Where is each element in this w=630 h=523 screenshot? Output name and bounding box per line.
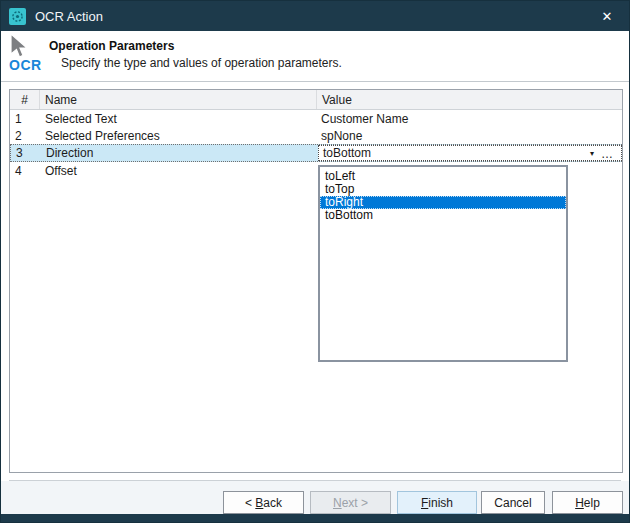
ocr-logo: OCR (8, 33, 50, 73)
cursor-arrow-icon (8, 33, 32, 59)
wizard-header: OCR Operation Parameters Specify the typ… (1, 31, 629, 82)
row-number: 3 (11, 145, 41, 161)
row-value[interactable]: Customer Name (317, 110, 622, 127)
row-number: 2 (10, 127, 40, 144)
row-value[interactable]: spNone (317, 127, 622, 144)
row-name: Selected Text (40, 110, 317, 127)
direction-value-cell[interactable]: toBottom ▾ … (318, 145, 622, 161)
table-row-selected-text[interactable]: 1 Selected Text Customer Name (10, 110, 622, 127)
page-subtitle: Specify the type and values of operation… (61, 56, 342, 70)
table-row-selected-preferences[interactable]: 2 Selected Preferences spNone (10, 127, 622, 144)
finish-button[interactable]: Finish (397, 491, 477, 514)
dropdown-arrow-icon[interactable]: ▾ (590, 150, 594, 158)
ocr-logo-text: OCR (9, 57, 50, 73)
ellipsis-button[interactable]: … (601, 147, 614, 161)
row-name: Direction (41, 145, 318, 161)
window-bottom-edge (1, 514, 629, 522)
row-number: 1 (10, 110, 40, 127)
help-button[interactable]: Help (552, 491, 623, 514)
column-header-number[interactable]: # (10, 90, 40, 109)
row-name: Offset (40, 162, 317, 179)
grid-header-row: # Name Value (10, 90, 622, 110)
column-header-value[interactable]: Value (317, 90, 622, 109)
close-button[interactable]: ✕ (593, 1, 621, 31)
ocr-action-dialog: OCR Action ✕ OCR Operation Parameters Sp… (0, 0, 630, 523)
page-title: Operation Parameters (49, 39, 174, 53)
footer: < Back Next > Finish Cancel Help (1, 481, 629, 516)
row-number: 4 (10, 162, 40, 179)
cancel-button[interactable]: Cancel (481, 491, 545, 514)
column-header-name[interactable]: Name (40, 90, 317, 109)
row-name: Selected Preferences (40, 127, 317, 144)
back-label: < (245, 496, 255, 510)
direction-current-value: toBottom (323, 146, 371, 160)
window-title: OCR Action (35, 9, 103, 24)
direction-dropdown-list: toLeft toTop toRight toBottom (318, 165, 568, 362)
app-icon (9, 8, 26, 25)
dropdown-option-tobottom[interactable]: toBottom (320, 209, 566, 222)
dropdown-option-toleft[interactable]: toLeft (320, 170, 566, 183)
next-button: Next > (310, 491, 391, 514)
close-icon: ✕ (602, 9, 613, 24)
titlebar: OCR Action ✕ (1, 1, 629, 31)
table-row-direction[interactable]: 3 Direction toBottom ▾ … (10, 144, 622, 162)
back-button[interactable]: < Back (223, 491, 304, 514)
